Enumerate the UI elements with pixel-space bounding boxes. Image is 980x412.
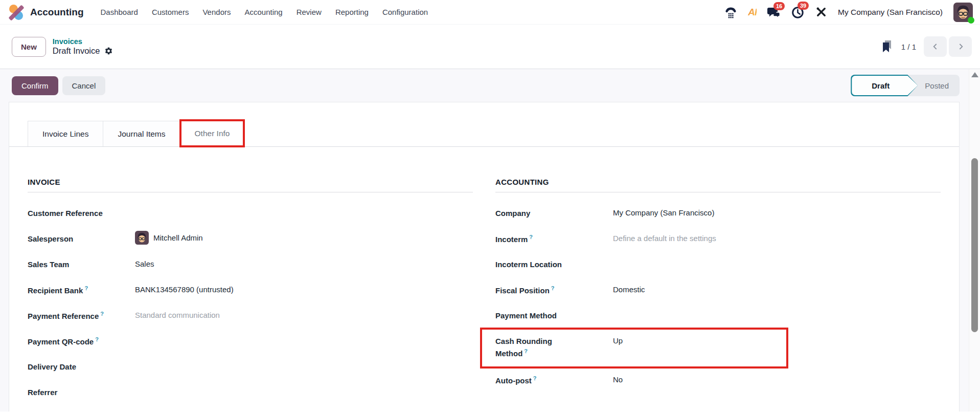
cash-rounding-method-input[interactable]: Up xyxy=(613,335,941,346)
sales-team-input[interactable]: Sales xyxy=(135,258,473,270)
field-fiscal-position: Fiscal Position? Domestic xyxy=(495,280,941,306)
accounting-app-icon xyxy=(8,4,25,20)
recipient-bank-input[interactable]: BANK134567890 (untrusted) xyxy=(135,284,473,295)
field-auto-post: Auto-post? No xyxy=(495,371,941,396)
breadcrumb-current: Draft Invoice xyxy=(53,46,100,56)
statusbar-row: Confirm Cancel Draft Posted xyxy=(0,69,980,102)
form-sheet: Invoice Lines Journal Items Other Info I… xyxy=(9,102,960,411)
field-payment-qr-code: Payment QR-code? xyxy=(28,332,473,357)
vertical-scrollbar[interactable] xyxy=(969,69,980,411)
state-posted[interactable]: Posted xyxy=(918,81,960,90)
next-chevron-icon xyxy=(955,41,966,52)
state-widget: Draft Posted xyxy=(851,75,960,96)
confirm-button[interactable]: Confirm xyxy=(12,76,58,95)
field-incoterm: Incoterm? Define a default in the settin… xyxy=(495,229,941,255)
user-avatar[interactable] xyxy=(953,3,973,22)
tab-invoice-lines[interactable]: Invoice Lines xyxy=(28,121,103,146)
menu-customers[interactable]: Customers xyxy=(152,8,189,16)
field-payment-method: Payment Method xyxy=(495,306,941,332)
messages-icon[interactable]: 16 xyxy=(767,6,781,18)
field-cash-rounding-method: Cash Rounding Method? Up xyxy=(495,332,941,371)
breadcrumb: Invoices Draft Invoice xyxy=(53,37,113,56)
payment-reference-input[interactable]: Standard communication xyxy=(135,310,473,321)
field-recipient-bank: Recipient Bank? BANK134567890 (untrusted… xyxy=(28,280,473,306)
state-draft[interactable]: Draft xyxy=(851,75,918,96)
state-draft-label: Draft xyxy=(852,76,918,95)
company-input[interactable]: My Company (San Francisco) xyxy=(613,207,941,219)
field-sales-team: Sales Team Sales xyxy=(28,255,473,280)
menu-dashboard[interactable]: Dashboard xyxy=(101,8,138,16)
menu-vendors[interactable]: Vendors xyxy=(202,8,231,16)
messages-badge: 16 xyxy=(773,2,785,10)
help-icon[interactable]: ? xyxy=(529,234,533,240)
help-icon[interactable]: ? xyxy=(100,311,104,317)
activities-badge: 39 xyxy=(797,2,809,10)
invoice-group-title: INVOICE xyxy=(28,178,473,192)
notebook-tabs: Invoice Lines Journal Items Other Info xyxy=(9,121,959,147)
top-navbar: Accounting Dashboard Customers Vendors A… xyxy=(0,0,980,25)
menu-review[interactable]: Review xyxy=(297,8,322,16)
incoterm-input[interactable]: Define a default in the settings xyxy=(613,233,941,244)
breadcrumb-invoices-link[interactable]: Invoices xyxy=(53,37,113,46)
salesperson-input[interactable]: Mitchell Admin xyxy=(135,231,473,245)
prev-chevron-icon xyxy=(930,41,941,52)
scrollbar-up-arrow-icon[interactable] xyxy=(971,72,978,77)
help-icon[interactable]: ? xyxy=(95,336,99,342)
field-salesperson: Salesperson xyxy=(28,229,473,255)
pager-next-button[interactable] xyxy=(949,36,972,57)
salesperson-avatar xyxy=(135,231,149,245)
accounting-group: ACCOUNTING Company My Company (San Franc… xyxy=(495,178,941,408)
help-icon[interactable]: ? xyxy=(551,285,555,291)
accounting-group-title: ACCOUNTING xyxy=(495,178,941,192)
form-view: Confirm Cancel Draft Posted Invoice Line… xyxy=(0,69,980,411)
new-button[interactable]: New xyxy=(12,37,46,57)
scrollbar-thumb[interactable] xyxy=(971,158,978,332)
menu-accounting[interactable]: Accounting xyxy=(244,8,282,16)
activities-clock-icon[interactable]: 39 xyxy=(791,6,805,19)
voip-phone-icon[interactable] xyxy=(724,6,737,18)
invoice-group: INVOICE Customer Reference Salesperson xyxy=(28,178,473,408)
menu-configuration[interactable]: Configuration xyxy=(382,8,428,16)
tab-other-info[interactable]: Other Info xyxy=(180,121,244,146)
help-icon[interactable]: ? xyxy=(84,285,88,291)
tab-journal-items[interactable]: Journal Items xyxy=(103,121,180,146)
bookmark-icon[interactable] xyxy=(880,39,894,54)
pager-value[interactable]: 1 / 1 xyxy=(901,42,916,51)
menu-reporting[interactable]: Reporting xyxy=(335,8,369,16)
help-icon[interactable]: ? xyxy=(533,375,537,381)
salesperson-name: Mitchell Admin xyxy=(153,232,203,244)
online-status-dot xyxy=(968,17,974,24)
control-panel: New Invoices Draft Invoice 1 / 1 xyxy=(0,25,980,69)
field-company: Company My Company (San Francisco) xyxy=(495,204,941,229)
fiscal-position-input[interactable]: Domestic xyxy=(613,284,941,295)
settings-gear-icon[interactable] xyxy=(104,47,113,55)
help-icon[interactable]: ? xyxy=(524,348,528,354)
field-incoterm-location: Incoterm Location xyxy=(495,255,941,280)
field-delivery-date: Delivery Date xyxy=(28,357,473,383)
auto-post-input[interactable]: No xyxy=(613,374,941,385)
tools-icon[interactable] xyxy=(815,6,827,18)
field-customer-reference: Customer Reference xyxy=(28,204,473,229)
field-referrer: Referrer xyxy=(28,383,473,408)
ai-icon[interactable]: AI xyxy=(748,7,757,18)
app-brand[interactable]: Accounting xyxy=(8,4,84,20)
cancel-button[interactable]: Cancel xyxy=(62,76,106,95)
field-payment-reference: Payment Reference? Standard communicatio… xyxy=(28,306,473,332)
app-name[interactable]: Accounting xyxy=(30,7,84,18)
pager-previous-button[interactable] xyxy=(924,36,947,57)
company-switcher[interactable]: My Company (San Francisco) xyxy=(838,8,943,17)
